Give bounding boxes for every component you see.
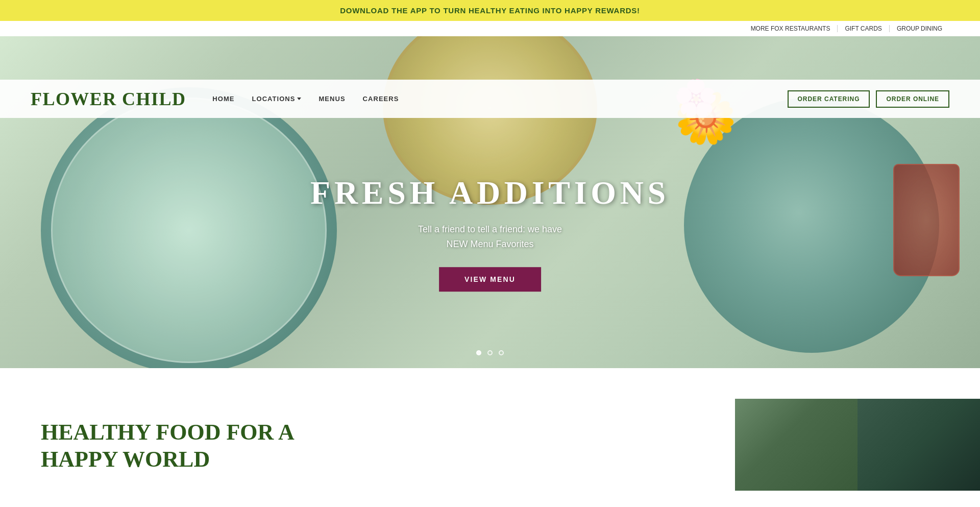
below-hero-heading: HEALTHY FOOD FOR A HAPPY WORLD <box>41 419 694 473</box>
below-hero-images <box>735 399 980 491</box>
secondary-nav-fox-restaurants[interactable]: MORE FOX RESTAURANTS <box>744 25 838 32</box>
carousel-dot-1[interactable] <box>476 350 481 355</box>
hero-subtitle: Tell a friend to tell a friend: we have … <box>310 222 670 252</box>
logo[interactable]: FLOWER CHILD <box>31 88 186 110</box>
plate-left <box>41 87 337 368</box>
hero-title: FRESH ADDITIONS <box>310 174 670 212</box>
secondary-nav: MORE FOX RESTAURANTS GIFT CARDS GROUP DI… <box>0 21 980 36</box>
announcement-bar: DOWNLOAD THE APP TO TURN HEALTHY EATING … <box>0 0 980 21</box>
nav-locations[interactable]: LOCATIONS <box>246 91 308 107</box>
announcement-text: DOWNLOAD THE APP TO TURN HEALTHY EATING … <box>340 6 640 15</box>
hero-content: FRESH ADDITIONS Tell a friend to tell a … <box>310 174 670 292</box>
drink-glass-icon <box>893 164 960 276</box>
chevron-down-icon <box>297 98 301 100</box>
order-online-button[interactable]: ORDER ONLINE <box>876 90 949 108</box>
below-image-2 <box>857 399 980 491</box>
secondary-nav-group-dining[interactable]: GROUP DINING <box>890 25 949 32</box>
order-catering-button[interactable]: ORDER CATERING <box>788 90 870 108</box>
main-header: FLOWER CHILD HOME LOCATIONS MENUS CAREER… <box>0 80 980 118</box>
carousel-dot-3[interactable] <box>499 350 504 355</box>
view-menu-button[interactable]: VIEW MENU <box>439 267 541 292</box>
below-hero-text: HEALTHY FOOD FOR A HAPPY WORLD <box>0 399 735 494</box>
below-image-1 <box>735 399 857 491</box>
secondary-nav-gift-cards[interactable]: GIFT CARDS <box>838 25 889 32</box>
carousel-dot-2[interactable] <box>487 350 493 355</box>
nav-careers[interactable]: CAREERS <box>357 91 405 107</box>
below-hero-section: HEALTHY FOOD FOR A HAPPY WORLD <box>0 368 980 494</box>
main-nav: HOME LOCATIONS MENUS CAREERS <box>206 91 787 107</box>
carousel-dots <box>476 350 504 355</box>
nav-home[interactable]: HOME <box>206 91 240 107</box>
nav-menus[interactable]: MENUS <box>312 91 351 107</box>
